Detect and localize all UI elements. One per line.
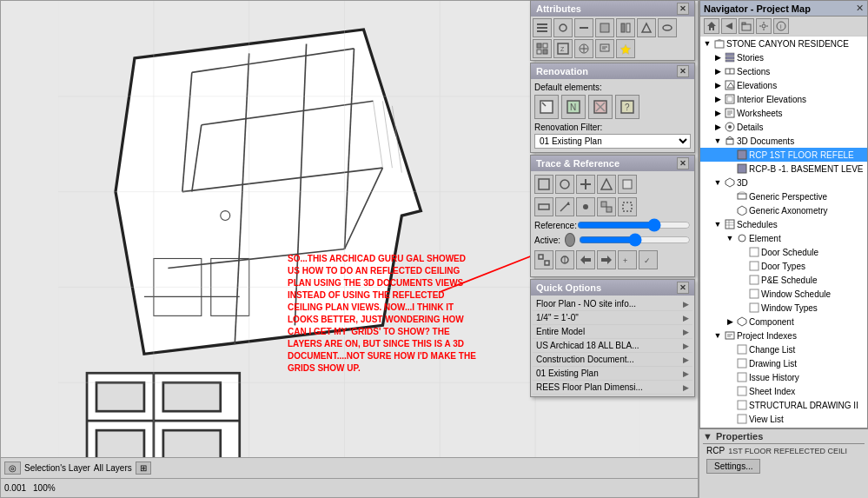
trace-btn-1[interactable] (534, 175, 553, 194)
tree-item-elevations[interactable]: ▶ Elevations (700, 78, 867, 92)
nav-folder-btn[interactable] (739, 18, 754, 34)
trace-panel-header[interactable]: Trace & Reference ✕ (531, 156, 694, 171)
attr-surfaces-btn[interactable] (658, 18, 677, 37)
active-slider[interactable] (579, 235, 691, 245)
nav-info-btn[interactable]: i (773, 18, 789, 34)
tree-expand-3d-docs[interactable]: ▼ (712, 136, 723, 145)
trace-ref-btn-4[interactable] (597, 197, 616, 216)
trace-btn-4[interactable] (597, 175, 616, 194)
tree-item-project-indexes[interactable]: ▼ Project Indexes (700, 329, 867, 342)
tree-expand-sections[interactable]: ▶ (712, 67, 723, 76)
layer-toggle-btn[interactable]: ◎ (4, 461, 21, 475)
quick-options-close-btn[interactable]: ✕ (677, 282, 689, 294)
tree-item-rcp-b[interactable]: RCP-B -1. BASEMENT LEVE (700, 162, 867, 176)
tree-item-window-sched[interactable]: Window Schedule (700, 287, 867, 301)
tree-item-view-list[interactable]: View List (700, 412, 867, 426)
tree-item-element[interactable]: ▼ Element (700, 231, 867, 245)
tree-expand-element[interactable]: ▼ (725, 234, 735, 242)
tree-item-sections[interactable]: ▶ Sections (700, 64, 867, 78)
quick-item-3[interactable]: US Archicad 18 ALL BLA... ▶ (533, 339, 692, 353)
tree-expand-stone-canyon[interactable]: ▼ (702, 39, 712, 48)
attributes-close-btn[interactable]: ✕ (677, 3, 689, 15)
trace-action-btn-3[interactable] (576, 250, 595, 269)
tree-item-worksheets[interactable]: ▶ Worksheets (700, 106, 867, 120)
trace-btn-5[interactable] (618, 175, 637, 194)
tree-item-window-types[interactable]: Window Types (700, 301, 867, 315)
tree-expand-project-indexes[interactable]: ▼ (712, 331, 723, 340)
tree-item-interior-elev[interactable]: ▶ Interior Elevations (700, 92, 867, 106)
attr-operation-btn[interactable] (574, 39, 593, 58)
renovation-close-btn[interactable]: ✕ (677, 65, 689, 77)
tree-item-stories[interactable]: ▶ Stories (700, 50, 867, 64)
tree-expand-interior-elev[interactable]: ▶ (712, 95, 723, 103)
tree-item-drawing-list[interactable]: Drawing List (700, 356, 867, 370)
tree-item-3d[interactable]: ▼ 3D (700, 176, 867, 189)
trace-btn-3[interactable] (576, 175, 595, 194)
renov-misc-btn[interactable]: ? (615, 95, 639, 119)
attr-favorites-btn[interactable] (616, 39, 635, 58)
quick-item-2[interactable]: Entire Model ▶ (533, 325, 692, 339)
attr-lines-btn[interactable] (574, 18, 593, 37)
tree-expand-schedules[interactable]: ▼ (712, 220, 723, 229)
attr-profiles-btn[interactable] (637, 18, 656, 37)
renovation-panel-header[interactable]: Renovation ✕ (531, 63, 694, 79)
quick-item-4[interactable]: Construction Document... ▶ (533, 353, 692, 367)
trace-action-btn-4[interactable] (597, 250, 616, 269)
tree-item-door-types[interactable]: Door Types (700, 259, 867, 273)
quick-item-1[interactable]: 1/4" = 1'-0" ▶ (533, 311, 692, 325)
attr-fills-btn[interactable] (595, 18, 614, 37)
quick-options-header[interactable]: Quick Options ✕ (531, 280, 694, 295)
tree-item-schedules[interactable]: ▼ Schedules (700, 217, 867, 231)
settings-button[interactable]: Settings... (706, 459, 760, 474)
attr-markup-btn[interactable] (595, 39, 614, 58)
renovation-filter-select[interactable]: 01 Existing Plan (534, 134, 691, 149)
tree-item-structural-drawing[interactable]: STRUCTURAL DRAWING II (700, 398, 867, 412)
quick-item-6[interactable]: REES Floor Plan Dimensi... ▶ (533, 381, 692, 395)
tree-expand-stories[interactable]: ▶ (712, 53, 723, 62)
attr-layers-btn[interactable] (533, 18, 552, 37)
trace-ref-btn-3[interactable] (576, 197, 595, 216)
tree-item-door-sched[interactable]: Door Schedule (700, 245, 867, 259)
nav-back-btn[interactable] (721, 18, 737, 34)
attr-zones-btn[interactable]: Z (553, 39, 573, 58)
tree-item-stone-canyon[interactable]: ▼ STONE CANYON RESIDENCE (700, 37, 867, 50)
selection-options-btn[interactable]: ⊞ (136, 461, 151, 475)
tree-item-lists[interactable]: ▼ Lists (700, 426, 867, 428)
tree-expand-worksheets[interactable]: ▶ (712, 109, 723, 117)
tree-item-sheet-index[interactable]: Sheet Index (700, 384, 867, 398)
tree-item-generic-axon[interactable]: Generic Axonometry (700, 203, 867, 217)
nav-settings-btn[interactable] (756, 18, 772, 34)
tree-item-3d-docs[interactable]: ▼ 3D Documents (700, 134, 867, 148)
tree-item-generic-persp[interactable]: Generic Perspective (700, 189, 867, 203)
trace-ref-btn-5[interactable] (618, 197, 637, 216)
tree-item-rcp-1st[interactable]: RCP 1ST FLOOR REFELE (700, 148, 867, 162)
nav-home-btn[interactable] (704, 18, 719, 34)
tree-item-component[interactable]: ▶ Component (700, 315, 867, 329)
attr-building-mat-btn[interactable] (533, 39, 552, 58)
tree-expand-elevations[interactable]: ▶ (712, 81, 723, 90)
tree-item-details[interactable]: ▶ Details (700, 120, 867, 134)
navigator-close-btn[interactable]: ✕ (856, 3, 864, 14)
renov-existing-btn[interactable] (534, 95, 559, 119)
tree-expand-details[interactable]: ▶ (712, 123, 723, 131)
attributes-panel-header[interactable]: Attributes ✕ (531, 1, 694, 17)
trace-action-btn-6[interactable]: ✓ (639, 250, 658, 269)
reference-slider[interactable] (577, 220, 691, 230)
tree-expand-component[interactable]: ▶ (725, 317, 735, 326)
quick-item-5[interactable]: 01 Existing Plan ▶ (533, 367, 692, 381)
tree-expand-3d[interactable]: ▼ (712, 178, 723, 187)
trace-action-btn-2[interactable] (555, 250, 574, 269)
tree-item-issue-history[interactable]: Issue History (700, 370, 867, 384)
trace-ref-btn-2[interactable] (555, 197, 574, 216)
attr-composites-btn[interactable] (616, 18, 635, 37)
quick-item-0[interactable]: Floor Plan - NO site info... ▶ (533, 297, 692, 311)
tree-item-change-list[interactable]: Change List (700, 342, 867, 356)
trace-close-btn[interactable]: ✕ (677, 157, 689, 169)
renov-demo-btn[interactable] (588, 95, 613, 119)
trace-btn-2[interactable] (555, 175, 574, 194)
renov-new-btn[interactable]: N (561, 95, 586, 119)
trace-action-btn-5[interactable]: + (618, 250, 637, 269)
attr-pens-btn[interactable] (553, 18, 573, 37)
trace-ref-btn-1[interactable] (534, 197, 553, 216)
trace-action-btn-1[interactable] (534, 250, 553, 269)
